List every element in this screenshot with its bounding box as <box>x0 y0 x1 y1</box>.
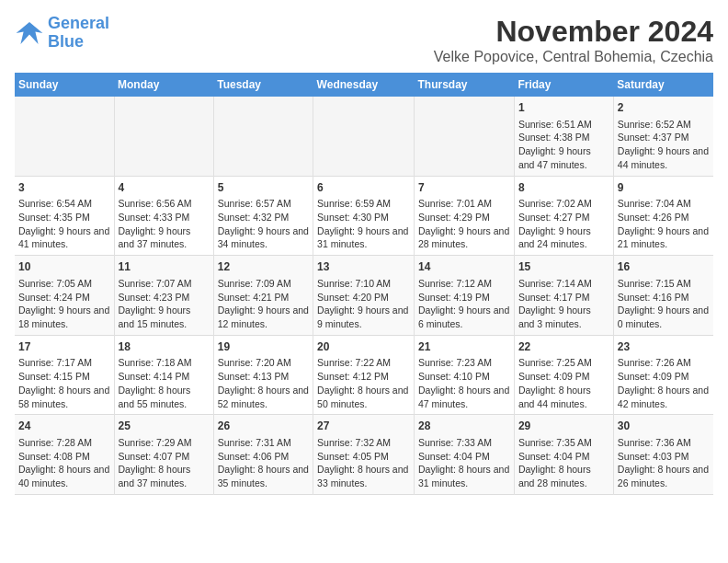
day-info: Sunrise: 7:36 AM Sunset: 4:03 PM Dayligh… <box>618 436 710 490</box>
day-number: 27 <box>317 419 410 434</box>
day-number: 2 <box>618 100 710 116</box>
day-info: Sunrise: 6:52 AM Sunset: 4:37 PM Dayligh… <box>618 118 710 172</box>
calendar-cell: 3Sunrise: 6:54 AM Sunset: 4:35 PM Daylig… <box>15 176 114 256</box>
day-number: 23 <box>618 339 710 355</box>
calendar-cell: 6Sunrise: 6:59 AM Sunset: 4:30 PM Daylig… <box>313 176 415 256</box>
day-info: Sunrise: 7:35 AM Sunset: 4:04 PM Dayligh… <box>518 436 609 490</box>
logo-icon <box>15 18 44 48</box>
calendar-cell <box>15 97 114 176</box>
day-info: Sunrise: 7:02 AM Sunset: 4:27 PM Dayligh… <box>518 197 609 251</box>
calendar-cell: 12Sunrise: 7:09 AM Sunset: 4:21 PM Dayli… <box>213 256 313 336</box>
day-number: 29 <box>518 419 609 434</box>
day-info: Sunrise: 7:29 AM Sunset: 4:07 PM Dayligh… <box>119 436 210 490</box>
day-number: 7 <box>418 180 510 196</box>
calendar-cell: 26Sunrise: 7:31 AM Sunset: 4:06 PM Dayli… <box>213 415 313 495</box>
day-info: Sunrise: 6:57 AM Sunset: 4:32 PM Dayligh… <box>218 197 309 251</box>
calendar-cell: 7Sunrise: 7:01 AM Sunset: 4:29 PM Daylig… <box>415 176 515 256</box>
title-block: November 2024 Velke Popovice, Central Bo… <box>434 15 713 65</box>
day-number: 20 <box>317 339 410 355</box>
calendar-cell: 17Sunrise: 7:17 AM Sunset: 4:15 PM Dayli… <box>15 335 114 415</box>
calendar-cell <box>213 97 313 176</box>
calendar-cell: 19Sunrise: 7:20 AM Sunset: 4:13 PM Dayli… <box>213 335 313 415</box>
header-monday: Monday <box>114 73 213 97</box>
day-number: 6 <box>317 180 410 196</box>
day-number: 3 <box>18 180 110 196</box>
day-number: 9 <box>618 180 710 196</box>
day-info: Sunrise: 7:10 AM Sunset: 4:20 PM Dayligh… <box>317 277 410 331</box>
calendar-cell: 10Sunrise: 7:05 AM Sunset: 4:24 PM Dayli… <box>15 256 114 336</box>
svg-marker-0 <box>17 22 43 44</box>
day-info: Sunrise: 7:14 AM Sunset: 4:17 PM Dayligh… <box>518 277 609 331</box>
day-number: 26 <box>218 419 309 434</box>
calendar-cell: 9Sunrise: 7:04 AM Sunset: 4:26 PM Daylig… <box>613 176 713 256</box>
day-number: 16 <box>618 259 710 275</box>
header-friday: Friday <box>514 73 613 97</box>
calendar-cell: 20Sunrise: 7:22 AM Sunset: 4:12 PM Dayli… <box>313 335 415 415</box>
day-info: Sunrise: 7:28 AM Sunset: 4:08 PM Dayligh… <box>18 436 110 490</box>
day-number: 28 <box>418 419 510 434</box>
day-info: Sunrise: 6:56 AM Sunset: 4:33 PM Dayligh… <box>119 197 210 251</box>
day-info: Sunrise: 7:04 AM Sunset: 4:26 PM Dayligh… <box>618 197 710 251</box>
logo-text: General Blue <box>48 15 109 52</box>
day-number: 18 <box>119 339 210 355</box>
day-info: Sunrise: 6:54 AM Sunset: 4:35 PM Dayligh… <box>18 197 110 251</box>
day-info: Sunrise: 6:51 AM Sunset: 4:38 PM Dayligh… <box>518 118 609 172</box>
page-subtitle: Velke Popovice, Central Bohemia, Czechia <box>434 49 713 65</box>
header-sunday: Sunday <box>15 73 114 97</box>
header-tuesday: Tuesday <box>213 73 313 97</box>
calendar-cell: 16Sunrise: 7:15 AM Sunset: 4:16 PM Dayli… <box>613 256 713 336</box>
day-number: 25 <box>119 419 210 434</box>
day-number: 19 <box>218 339 309 355</box>
header-thursday: Thursday <box>415 73 515 97</box>
day-info: Sunrise: 7:05 AM Sunset: 4:24 PM Dayligh… <box>18 277 110 331</box>
calendar-cell: 2Sunrise: 6:52 AM Sunset: 4:37 PM Daylig… <box>613 97 713 176</box>
calendar-cell: 27Sunrise: 7:32 AM Sunset: 4:05 PM Dayli… <box>313 415 415 495</box>
calendar-cell: 1Sunrise: 6:51 AM Sunset: 4:38 PM Daylig… <box>514 97 613 176</box>
calendar-cell <box>313 97 415 176</box>
day-info: Sunrise: 7:09 AM Sunset: 4:21 PM Dayligh… <box>218 277 309 331</box>
calendar-cell: 29Sunrise: 7:35 AM Sunset: 4:04 PM Dayli… <box>514 415 613 495</box>
day-number: 21 <box>418 339 510 355</box>
day-info: Sunrise: 7:31 AM Sunset: 4:06 PM Dayligh… <box>218 436 309 490</box>
calendar-cell: 30Sunrise: 7:36 AM Sunset: 4:03 PM Dayli… <box>613 415 713 495</box>
day-number: 4 <box>119 180 210 196</box>
day-number: 13 <box>317 259 410 275</box>
calendar-cell: 13Sunrise: 7:10 AM Sunset: 4:20 PM Dayli… <box>313 256 415 336</box>
day-number: 24 <box>18 419 110 434</box>
day-info: Sunrise: 7:07 AM Sunset: 4:23 PM Dayligh… <box>119 277 210 331</box>
calendar-cell: 24Sunrise: 7:28 AM Sunset: 4:08 PM Dayli… <box>15 415 114 495</box>
day-number: 1 <box>518 100 609 116</box>
calendar-week-row: 17Sunrise: 7:17 AM Sunset: 4:15 PM Dayli… <box>15 335 713 415</box>
day-info: Sunrise: 7:22 AM Sunset: 4:12 PM Dayligh… <box>317 356 410 410</box>
calendar-cell: 8Sunrise: 7:02 AM Sunset: 4:27 PM Daylig… <box>514 176 613 256</box>
day-info: Sunrise: 7:15 AM Sunset: 4:16 PM Dayligh… <box>618 277 710 331</box>
day-number: 8 <box>518 180 609 196</box>
calendar-cell: 25Sunrise: 7:29 AM Sunset: 4:07 PM Dayli… <box>114 415 213 495</box>
day-info: Sunrise: 7:01 AM Sunset: 4:29 PM Dayligh… <box>418 197 510 251</box>
calendar-week-row: 1Sunrise: 6:51 AM Sunset: 4:38 PM Daylig… <box>15 97 713 176</box>
calendar-cell <box>415 97 515 176</box>
page-header: General Blue November 2024 Velke Popovic… <box>15 15 713 65</box>
calendar-table: SundayMondayTuesdayWednesdayThursdayFrid… <box>15 73 713 495</box>
calendar-week-row: 24Sunrise: 7:28 AM Sunset: 4:08 PM Dayli… <box>15 415 713 495</box>
page-title: November 2024 <box>434 15 713 49</box>
day-info: Sunrise: 7:23 AM Sunset: 4:10 PM Dayligh… <box>418 356 510 410</box>
day-info: Sunrise: 7:20 AM Sunset: 4:13 PM Dayligh… <box>218 356 309 410</box>
day-info: Sunrise: 7:17 AM Sunset: 4:15 PM Dayligh… <box>18 356 110 410</box>
day-number: 17 <box>18 339 110 355</box>
calendar-week-row: 3Sunrise: 6:54 AM Sunset: 4:35 PM Daylig… <box>15 176 713 256</box>
calendar-cell: 18Sunrise: 7:18 AM Sunset: 4:14 PM Dayli… <box>114 335 213 415</box>
calendar-cell: 22Sunrise: 7:25 AM Sunset: 4:09 PM Dayli… <box>514 335 613 415</box>
calendar-cell: 14Sunrise: 7:12 AM Sunset: 4:19 PM Dayli… <box>415 256 515 336</box>
day-number: 22 <box>518 339 609 355</box>
day-number: 10 <box>18 259 110 275</box>
day-info: Sunrise: 7:26 AM Sunset: 4:09 PM Dayligh… <box>618 356 710 410</box>
logo: General Blue <box>15 15 109 52</box>
calendar-cell: 15Sunrise: 7:14 AM Sunset: 4:17 PM Dayli… <box>514 256 613 336</box>
calendar-cell <box>114 97 213 176</box>
calendar-header-row: SundayMondayTuesdayWednesdayThursdayFrid… <box>15 73 713 97</box>
day-number: 5 <box>218 180 309 196</box>
day-info: Sunrise: 7:25 AM Sunset: 4:09 PM Dayligh… <box>518 356 609 410</box>
calendar-cell: 23Sunrise: 7:26 AM Sunset: 4:09 PM Dayli… <box>613 335 713 415</box>
calendar-cell: 4Sunrise: 6:56 AM Sunset: 4:33 PM Daylig… <box>114 176 213 256</box>
